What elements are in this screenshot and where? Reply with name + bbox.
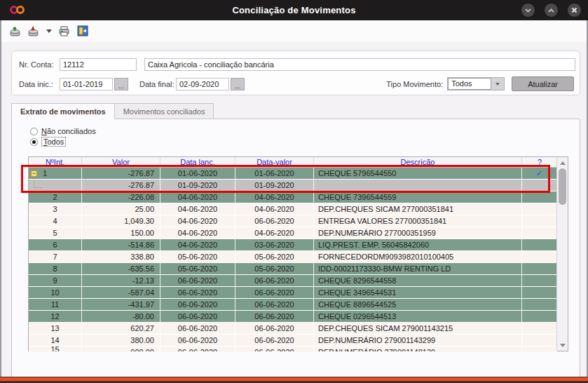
cell-valor: -276.87 xyxy=(82,168,160,179)
export-dropdown-caret[interactable] xyxy=(46,29,52,33)
account-description-input[interactable] xyxy=(144,58,575,71)
cell-conciliado-check xyxy=(522,251,557,262)
table-row[interactable]: 11-431.9706-06-202006-06-2020CHEQUE 8896… xyxy=(29,299,557,311)
cell-valor: 620.27 xyxy=(82,323,160,334)
cell-data-lanc: 06-06-2020 xyxy=(160,275,235,286)
cell-data-valor: 04-06-2020 xyxy=(235,192,314,203)
cell-conciliado-check xyxy=(522,227,557,238)
cell-descricao: LIQ.PREST. EMP. 56045842060 xyxy=(314,239,522,250)
cell-nint: 11 xyxy=(29,299,82,310)
nint-value: 5 xyxy=(29,227,81,238)
radio-selected-icon[interactable] xyxy=(30,138,38,146)
cell-data-lanc: 04-06-2020 xyxy=(160,227,235,238)
cell-descricao: DEP.NUMERÁRIO 279001148139 xyxy=(314,347,522,351)
close-button[interactable] xyxy=(568,4,581,17)
cell-data-lanc: 06-06-2020 xyxy=(160,347,235,351)
radio-todos[interactable]: Todos xyxy=(30,137,96,147)
cell-descricao xyxy=(314,180,522,191)
date-start-label: Data inic.: xyxy=(19,80,60,88)
column-header-descricao[interactable]: Descrição xyxy=(314,157,522,167)
table-row[interactable]: -276.8701-09-202001-09-2020 xyxy=(29,180,557,192)
table-row[interactable]: 15900.0006-06-202006-06-2020DEP.NUMERÁRI… xyxy=(29,347,557,351)
date-end-picker-button[interactable]: ... xyxy=(231,78,245,90)
cell-conciliado-check xyxy=(522,335,557,346)
table-row[interactable]: 10-587.0406-06-202006-06-2020CHEQUE 3496… xyxy=(29,287,557,299)
collapse-icon[interactable]: − xyxy=(31,170,37,177)
cell-conciliado-check xyxy=(522,239,557,250)
cell-data-lanc: 06-06-2020 xyxy=(160,323,235,334)
date-start-input[interactable] xyxy=(60,78,113,90)
account-number-input[interactable] xyxy=(60,58,137,71)
column-header-nint[interactable]: NºInt. xyxy=(29,157,82,167)
chevron-down-icon[interactable] xyxy=(491,78,504,90)
movement-type-label: Tipo Movimento: xyxy=(386,80,443,88)
table-row[interactable]: 9-12.1306-06-202006-06-2020CHEQUE 829654… xyxy=(29,275,557,287)
cell-data-valor: 06-06-2020 xyxy=(235,275,314,286)
cell-valor: 338.80 xyxy=(82,251,160,262)
movements-table: NºInt. Valor Data lanc. Data-valor Descr… xyxy=(28,156,568,351)
nint-value: 9 xyxy=(29,275,81,286)
scrollbar-thumb[interactable] xyxy=(559,168,566,205)
table-row[interactable]: 8-635.5605-06-202005-06-2020IDD-00021173… xyxy=(29,263,557,275)
minimize-button[interactable] xyxy=(521,4,535,17)
radio-nao-conciliados[interactable]: Não conciliados xyxy=(30,126,96,136)
column-header-data-lanc[interactable]: Data lanc. xyxy=(160,157,235,167)
column-header-valor[interactable]: Valor xyxy=(82,157,160,167)
tab-extrato-de-movimentos[interactable]: Extrato de movimentos xyxy=(11,103,115,119)
cell-data-valor: 01-06-2020 xyxy=(235,168,314,179)
cell-descricao: CHEQUE 8896544525 xyxy=(314,299,522,310)
table-row[interactable]: −1-276.8701-06-202001-06-2020CHEQUE 5796… xyxy=(29,168,557,180)
maximize-button[interactable] xyxy=(545,4,558,17)
cell-descricao: IDD-00021173330-BMW RENTING LD xyxy=(314,263,522,274)
cell-nint: 5 xyxy=(29,227,82,238)
table-row[interactable]: 6-514.8604-06-202003-06-2020LIQ.PREST. E… xyxy=(29,239,557,251)
table-row[interactable]: 41,049.3004-06-202006-06-2020ENTREGA VAL… xyxy=(29,215,557,227)
cell-data-lanc: 05-06-2020 xyxy=(160,251,235,262)
account-label: Nr. Conta: xyxy=(19,60,60,69)
refresh-button[interactable]: Atualizar xyxy=(512,76,574,91)
table-row[interactable]: 12-80.0006-06-202006-06-2020CHEQUE 02965… xyxy=(29,311,557,323)
cell-descricao: ENTREGA VALORES 277000351841 xyxy=(314,215,522,227)
cell-nint: 8 xyxy=(29,263,82,274)
date-start-picker-button[interactable]: ... xyxy=(114,78,128,90)
table-row[interactable]: 325.0004-06-202004-06-2020DEP.CHEQUES SI… xyxy=(29,203,557,215)
scroll-down-icon[interactable] xyxy=(557,340,568,350)
export-file-icon[interactable] xyxy=(76,25,90,39)
export-movements-icon[interactable] xyxy=(27,25,41,39)
import-movements-icon[interactable] xyxy=(8,25,22,39)
extrato-panel: Não conciliados Todos NºInt. Valor Data … xyxy=(11,119,580,383)
vertical-scrollbar[interactable] xyxy=(556,157,568,351)
cell-data-valor: 06-06-2020 xyxy=(235,335,314,346)
column-header-data-valor[interactable]: Data-valor xyxy=(235,157,314,167)
date-end-label: Data final: xyxy=(139,80,176,88)
table-row[interactable]: 7338.8005-06-202005-06-2020FORNECEDORDM9… xyxy=(29,251,557,263)
cell-data-lanc: 04-06-2020 xyxy=(160,239,235,250)
cell-data-valor: 01-09-2020 xyxy=(235,180,314,191)
date-end-input[interactable] xyxy=(176,78,229,90)
movement-type-select[interactable]: Todos xyxy=(447,77,505,90)
nint-value: 10 xyxy=(29,287,81,298)
cell-conciliado-check xyxy=(522,287,557,298)
cell-conciliado-check xyxy=(522,203,557,215)
cell-nint: 15 xyxy=(29,347,82,351)
cell-nint: 3 xyxy=(29,203,82,215)
print-icon[interactable] xyxy=(57,25,71,39)
cell-valor: -226.08 xyxy=(82,192,160,203)
cell-conciliado-check xyxy=(522,180,557,191)
table-row[interactable]: 5150.0004-06-202004-06-2020DEP.NUMERÁRIO… xyxy=(29,227,557,239)
cell-data-lanc: 06-06-2020 xyxy=(160,287,235,298)
cell-data-valor: 04-06-2020 xyxy=(235,227,314,238)
cell-data-valor: 05-06-2020 xyxy=(235,263,314,274)
table-row[interactable]: 14380.0006-06-202006-06-2020DEP.NUMERÁRI… xyxy=(29,335,557,347)
column-header-check[interactable]: ? xyxy=(522,157,557,167)
cell-valor: 25.00 xyxy=(82,203,160,215)
table-row[interactable]: 2-226.0804-06-202004-06-2020CHEQUE 73965… xyxy=(29,192,557,203)
cell-data-lanc: 04-06-2020 xyxy=(160,215,235,227)
cell-data-lanc: 01-06-2020 xyxy=(160,168,235,179)
radio-icon[interactable] xyxy=(30,128,38,135)
tab-movimentos-conciliados[interactable]: Movimentos conciliados xyxy=(115,103,214,119)
cell-nint: 13 xyxy=(29,323,82,334)
nint-value: 13 xyxy=(29,323,81,334)
scroll-up-icon[interactable] xyxy=(557,158,568,168)
table-row[interactable]: 13620.2706-06-202006-06-2020DEP.CHEQUES … xyxy=(29,323,557,335)
